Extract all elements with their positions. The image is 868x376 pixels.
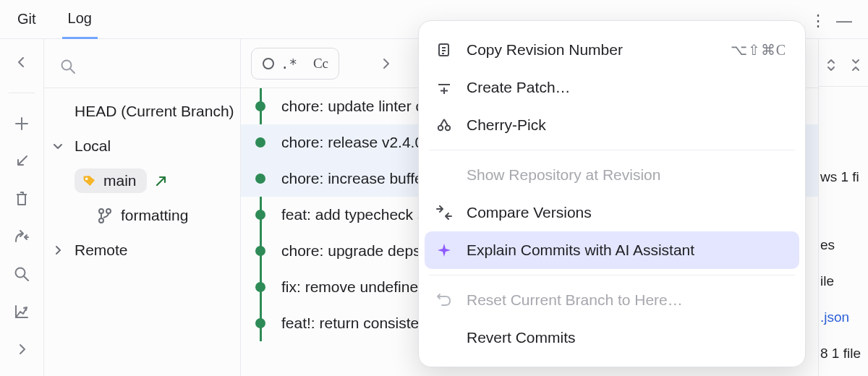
remote-label: Remote xyxy=(75,242,128,259)
tab-log[interactable]: Log xyxy=(62,0,98,39)
minimize-icon[interactable]: — xyxy=(836,12,852,30)
left-tool-rail xyxy=(0,39,44,376)
undo-icon xyxy=(435,291,454,309)
search-icon[interactable] xyxy=(12,264,32,284)
regex-label: .* xyxy=(281,56,297,72)
menu-separator xyxy=(429,275,795,275)
chevron-left-icon[interactable] xyxy=(12,52,32,72)
collapse-icon[interactable] xyxy=(849,58,862,72)
commit-node-icon xyxy=(255,210,265,220)
context-menu: Copy Revision Number ⌥⇧⌘C Create Patch… … xyxy=(418,20,806,367)
pull-icon[interactable] xyxy=(12,226,32,247)
menu-show-repo: Show Repository at Revision xyxy=(425,156,799,194)
blank-icon xyxy=(435,328,454,347)
chevron-right-icon xyxy=(53,245,70,255)
svg-point-3 xyxy=(99,209,103,213)
trash-icon[interactable] xyxy=(12,189,32,209)
detail-fragment: 8 1 file xyxy=(820,346,861,362)
branch-icon xyxy=(98,208,112,223)
tab-label: Log xyxy=(68,10,92,27)
svg-point-14 xyxy=(438,126,443,130)
commit-node-icon xyxy=(255,174,265,184)
cherry-icon xyxy=(435,116,454,134)
chevron-right-icon[interactable] xyxy=(12,339,32,359)
detail-fragment: es xyxy=(820,237,835,253)
commit-node-icon xyxy=(255,282,265,292)
outgoing-icon xyxy=(156,175,167,187)
separator xyxy=(9,93,35,93)
commit-node-icon xyxy=(255,137,265,148)
commit-node-icon xyxy=(255,246,265,256)
menu-shortcut: ⌥⇧⌘C xyxy=(731,41,786,59)
branch-main[interactable]: main xyxy=(44,163,240,198)
branch-search[interactable] xyxy=(44,45,240,88)
menu-explain-ai[interactable]: Explain Commits with AI Assistant xyxy=(425,231,799,269)
head-row[interactable]: HEAD (Current Branch) xyxy=(44,94,240,129)
sparkle-icon xyxy=(435,241,454,260)
local-label: Local xyxy=(75,137,111,155)
next-icon[interactable] xyxy=(371,58,400,69)
tab-git[interactable]: Git xyxy=(12,0,42,39)
menu-label: Compare Versions xyxy=(467,204,786,221)
head-label: HEAD (Current Branch) xyxy=(75,103,234,120)
svg-point-15 xyxy=(446,126,450,130)
menu-reset-branch: Reset Current Branch to Here… xyxy=(425,281,799,319)
graph-icon[interactable] xyxy=(12,302,32,322)
menu-label: Create Patch… xyxy=(467,79,786,96)
chevron-down-icon xyxy=(53,141,70,151)
details-panel: ws 1 fi es ile .json 8 1 file xyxy=(819,39,868,376)
tab-label: Git xyxy=(17,11,36,27)
more-icon[interactable]: ⋮ xyxy=(810,12,826,30)
svg-point-4 xyxy=(106,209,111,213)
compare-icon xyxy=(435,203,454,222)
menu-label: Reset Current Branch to Here… xyxy=(467,291,786,309)
svg-point-6 xyxy=(263,59,273,69)
branches-panel: HEAD (Current Branch) Local main xyxy=(44,39,241,376)
remote-group[interactable]: Remote xyxy=(44,233,240,268)
branch-label: main xyxy=(103,172,137,189)
branch-label: formatting xyxy=(121,207,188,224)
patch-icon xyxy=(435,78,454,97)
copy-icon xyxy=(435,40,454,59)
menu-label: Copy Revision Number xyxy=(467,41,718,59)
menu-compare-versions[interactable]: Compare Versions xyxy=(425,194,799,231)
menu-create-patch[interactable]: Create Patch… xyxy=(425,69,799,106)
commit-node-icon xyxy=(255,318,265,328)
svg-point-5 xyxy=(99,218,103,223)
blank-icon xyxy=(435,166,454,184)
menu-label: Cherry-Pick xyxy=(467,116,786,134)
menu-separator xyxy=(429,150,795,150)
detail-fragment[interactable]: .json xyxy=(820,309,849,325)
menu-label: Revert Commits xyxy=(467,329,786,346)
commit-message: chore: release v2.4.0 xyxy=(281,134,423,151)
updown-icon[interactable] xyxy=(825,58,838,72)
menu-revert-commits[interactable]: Revert Commits xyxy=(425,319,799,356)
tag-icon xyxy=(81,173,97,189)
commit-message: chore: upgrade deps xyxy=(281,242,421,260)
plus-icon[interactable] xyxy=(12,114,32,134)
menu-copy-revision[interactable]: Copy Revision Number ⌥⇧⌘C xyxy=(425,31,799,69)
menu-cherry-pick[interactable]: Cherry-Pick xyxy=(425,106,799,144)
detail-fragment: ile xyxy=(820,273,834,289)
window-controls: ⋮ — xyxy=(810,12,852,30)
menu-label: Show Repository at Revision xyxy=(467,166,786,184)
menu-label: Explain Commits with AI Assistant xyxy=(467,242,786,259)
branch-formatting[interactable]: formatting xyxy=(44,198,240,233)
word-match-icon xyxy=(262,57,275,70)
search-icon xyxy=(60,59,76,74)
detail-fragment: ws 1 fi xyxy=(820,169,859,185)
case-label: Cc xyxy=(313,56,328,72)
match-options[interactable]: .* Cc xyxy=(251,48,339,80)
local-group[interactable]: Local xyxy=(44,129,240,163)
fetch-icon[interactable] xyxy=(12,151,32,171)
commit-node-icon xyxy=(255,101,265,111)
